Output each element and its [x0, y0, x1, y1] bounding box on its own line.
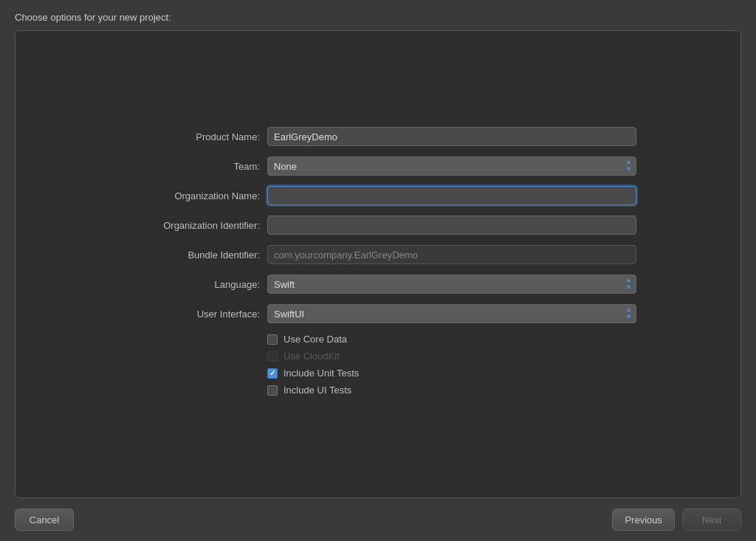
product-name-row: Product Name: — [120, 127, 636, 146]
dialog-footer: Cancel Previous Next — [0, 498, 756, 541]
language-label: Language: — [120, 279, 267, 290]
team-select[interactable]: None — [267, 156, 636, 176]
org-name-row: Organization Name: — [120, 186, 636, 205]
org-identifier-row: Organization Identifier: — [120, 216, 636, 235]
include-unit-tests-checkbox[interactable] — [267, 368, 278, 379]
user-interface-field: SwiftUI Storyboard ▲ ▼ — [267, 304, 636, 323]
language-row: Language: Swift Objective-C ▲ ▼ — [120, 275, 636, 294]
footer-left: Cancel — [15, 509, 74, 531]
include-ui-tests-item[interactable]: Include UI Tests — [267, 385, 636, 396]
dialog-header: Choose options for your new project: — [0, 0, 756, 30]
bundle-identifier-input — [267, 245, 636, 264]
org-identifier-label: Organization Identifier: — [120, 220, 267, 231]
header-text: Choose options for your new project: — [15, 12, 171, 23]
org-name-field — [267, 186, 636, 205]
team-select-wrapper: None ▲ ▼ — [267, 156, 636, 176]
user-interface-select[interactable]: SwiftUI Storyboard — [267, 304, 636, 323]
org-name-input[interactable] — [267, 186, 636, 205]
checkboxes-area: Use Core Data Use CloudKit Include Unit … — [267, 334, 636, 396]
use-core-data-checkbox[interactable] — [267, 334, 278, 345]
previous-button[interactable]: Previous — [612, 509, 675, 531]
use-cloudkit-item: Use CloudKit — [267, 351, 636, 362]
include-unit-tests-label: Include Unit Tests — [284, 368, 359, 379]
org-name-label: Organization Name: — [120, 190, 267, 201]
bundle-identifier-label: Bundle Identifier: — [120, 249, 267, 261]
include-ui-tests-label: Include UI Tests — [284, 385, 351, 396]
footer-right: Previous Next — [612, 509, 741, 531]
use-core-data-label: Use Core Data — [284, 334, 347, 345]
org-identifier-field — [267, 216, 636, 235]
cancel-button[interactable]: Cancel — [15, 509, 74, 531]
include-ui-tests-checkbox[interactable] — [267, 385, 278, 396]
org-identifier-input[interactable] — [267, 216, 636, 235]
user-interface-select-wrapper: SwiftUI Storyboard ▲ ▼ — [267, 304, 636, 323]
language-field: Swift Objective-C ▲ ▼ — [267, 275, 636, 294]
user-interface-label: User Interface: — [120, 309, 267, 320]
language-select-wrapper: Swift Objective-C ▲ ▼ — [267, 275, 636, 294]
use-cloudkit-checkbox — [267, 351, 278, 362]
use-core-data-item[interactable]: Use Core Data — [267, 334, 636, 345]
user-interface-row: User Interface: SwiftUI Storyboard ▲ ▼ — [120, 304, 636, 323]
bundle-identifier-row: Bundle Identifier: — [120, 245, 636, 264]
dialog-content: Product Name: Team: None ▲ ▼ — [15, 30, 741, 498]
team-label: Team: — [120, 161, 267, 172]
product-name-input[interactable] — [267, 127, 636, 146]
use-cloudkit-label: Use CloudKit — [284, 351, 340, 362]
form-container: Product Name: Team: None ▲ ▼ — [120, 127, 636, 402]
language-select[interactable]: Swift Objective-C — [267, 275, 636, 294]
team-field: None ▲ ▼ — [267, 156, 636, 176]
include-unit-tests-item[interactable]: Include Unit Tests — [267, 368, 636, 379]
product-name-field — [267, 127, 636, 146]
bundle-identifier-field — [267, 245, 636, 264]
next-button: Next — [682, 509, 741, 531]
team-row: Team: None ▲ ▼ — [120, 156, 636, 176]
product-name-label: Product Name: — [120, 131, 267, 142]
